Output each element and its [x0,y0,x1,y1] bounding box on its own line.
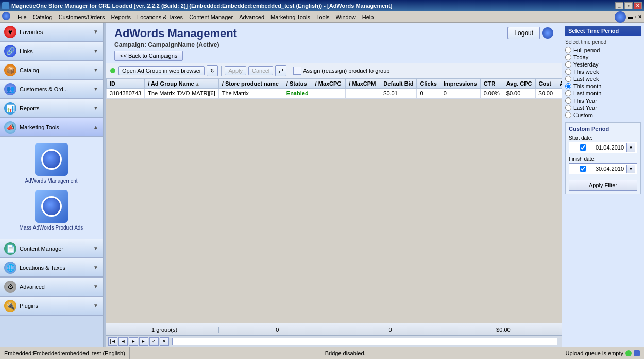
mass-adwords-icon[interactable] [35,190,68,223]
cell-ad-group-name: The Matrix [DVD-MATR][6] [145,89,219,99]
menu-tools[interactable]: Tools [313,11,333,22]
logout-button[interactable]: Logout [507,27,540,39]
nav-check-button[interactable]: ✓ [149,337,159,346]
cell-ctr: 0.00% [480,89,503,99]
menu-locations-taxes[interactable]: Locations & Taxes [134,11,186,22]
col-status[interactable]: / Status [283,79,312,89]
period-this-week-radio[interactable] [565,69,571,75]
col-store-product-name[interactable]: / Store product name [218,79,283,89]
cell-clicks: 0 [417,89,440,99]
period-custom-radio[interactable] [565,112,571,118]
menu-customers-orders[interactable]: Customers/Orders [56,11,108,22]
period-last-year[interactable]: Last Year [565,105,641,111]
period-last-week[interactable]: Last week [565,76,641,82]
sidebar-header-content[interactable]: 📄 Content Manager ▼ [0,239,103,258]
sidebar-header-advanced[interactable]: ⚙ Advanced ▼ [0,278,103,296]
finish-date-input[interactable] [596,166,626,172]
nav-bar: |◄ ◄ ► ►| ✓ ✕ [106,335,562,347]
cancel-button[interactable]: Cancel [248,66,273,75]
mass-adwords-label[interactable]: Mass AdWords Product Ads [20,225,83,231]
period-today[interactable]: Today [565,54,641,60]
sidebar-header-links[interactable]: 🔗 Links ▼ [0,42,103,60]
start-date-input[interactable] [596,144,626,151]
period-yesterday[interactable]: Yesterday [565,61,641,68]
sidebar-section-advanced: ⚙ Advanced ▼ [0,278,103,297]
period-last-month[interactable]: Last month [565,90,641,96]
sidebar-header-favorites[interactable]: ♥ Favorites ▼ [0,23,103,41]
start-date-field[interactable]: ▼ [569,142,637,153]
period-this-year[interactable]: This Year [565,97,641,104]
help-globe-icon[interactable] [542,27,553,39]
help-icon[interactable] [615,11,626,23]
period-custom[interactable]: Custom [565,112,641,118]
sidebar-header-marketing[interactable]: 📣 Marketing Tools ▲ [0,118,103,137]
nav-prev-button[interactable]: ◄ [118,337,128,346]
advanced-icon: ⚙ [4,281,16,293]
adwords-management-label[interactable]: AdWords Management [25,178,77,184]
panel-subtitle: Select time period [565,39,641,45]
period-last-year-radio[interactable] [565,105,571,111]
bottom-status-left: Embedded:Embedded:embedded_test (English… [0,347,130,359]
status-groups: 1 group(s) [110,327,219,333]
apply-button[interactable]: Apply [225,66,246,75]
minimize-button[interactable]: _ [615,2,623,9]
period-today-radio[interactable] [565,54,571,60]
period-last-week-radio[interactable] [565,76,571,82]
menu-catalog[interactable]: Catalog [30,11,56,22]
col-max-cpm[interactable]: / MaxCPM [346,79,380,89]
open-ad-group-button[interactable]: Open Ad Group in web browser [118,66,205,75]
nav-last-button[interactable]: ►| [139,337,148,346]
assign-icon [293,67,301,75]
move-button[interactable]: ⇄ [275,65,286,76]
period-last-month-radio[interactable] [565,90,571,96]
window-controls[interactable]: ▬ ▫ ✕ [628,14,642,20]
apply-filter-button[interactable]: Apply Filter [569,180,637,191]
cell-store-product-name: The Matrix [218,89,283,99]
assign-group: Assign (reassign) product to group [293,67,389,75]
close-button[interactable]: ✕ [634,2,642,9]
period-yesterday-radio[interactable] [565,61,571,68]
back-to-campaigns-button[interactable]: << Back to Campaigns [114,51,183,61]
nav-first-button[interactable]: |◄ [108,337,117,346]
restore-button[interactable]: ▫ [624,2,633,9]
period-this-month-label: This month [573,83,601,89]
sidebar-header-locations[interactable]: 🌐 Locations & Taxes ▼ [0,258,103,277]
finish-date-checkbox[interactable] [571,166,595,172]
menu-marketing-tools[interactable]: Marketing Tools [267,11,313,22]
menu-advanced[interactable]: Advanced [236,11,267,22]
content-icon: 📄 [4,242,16,255]
menu-help[interactable]: Help [359,11,377,22]
menu-file[interactable]: File [14,11,30,22]
nav-cancel-button[interactable]: ✕ [160,337,169,346]
finish-date-field[interactable]: ▼ [569,163,637,174]
period-this-week[interactable]: This week [565,69,641,75]
sidebar-header-customers[interactable]: 👥 Customers & Ord... ▼ [0,80,103,99]
col-max-cpc[interactable]: / MaxCPC [312,79,346,89]
chevron-reports: ▼ [93,105,98,111]
info-icon[interactable] [634,350,640,356]
period-this-month-radio[interactable] [565,83,571,89]
period-full[interactable]: Full period [565,47,641,53]
period-this-month[interactable]: This month [565,83,641,89]
horizontal-scrollbar[interactable] [172,338,557,345]
sidebar-header-reports[interactable]: 📊 Reports ▼ [0,99,103,118]
period-full-radio[interactable] [565,47,571,53]
sidebar-header-catalog[interactable]: 📦 Catalog ▼ [0,61,103,79]
col-ad-group-name[interactable]: / Ad Group Name▲ [145,79,219,89]
cell-max-cpc [312,89,346,99]
table-row[interactable]: 3184380743 The Matrix [DVD-MATR][6] The … [107,89,562,99]
sidebar-header-plugins[interactable]: 🔌 Plugins ▼ [0,297,103,315]
col-ctr: CTR [480,79,503,89]
nav-next-button[interactable]: ► [129,337,138,346]
start-date-checkbox[interactable] [571,144,595,151]
adwords-management-icon[interactable] [35,143,68,176]
menu-content-manager[interactable]: Content Manager [186,11,236,22]
period-this-year-radio[interactable] [565,97,571,104]
menu-bar: File Catalog Customers/Orders Reports Lo… [0,11,644,23]
menu-reports[interactable]: Reports [108,11,134,22]
header-right: Logout [507,27,553,39]
finish-date-dropdown[interactable]: ▼ [626,165,635,173]
refresh-button[interactable]: ↻ [207,65,218,76]
menu-window[interactable]: Window [333,11,359,22]
start-date-dropdown[interactable]: ▼ [626,143,635,152]
